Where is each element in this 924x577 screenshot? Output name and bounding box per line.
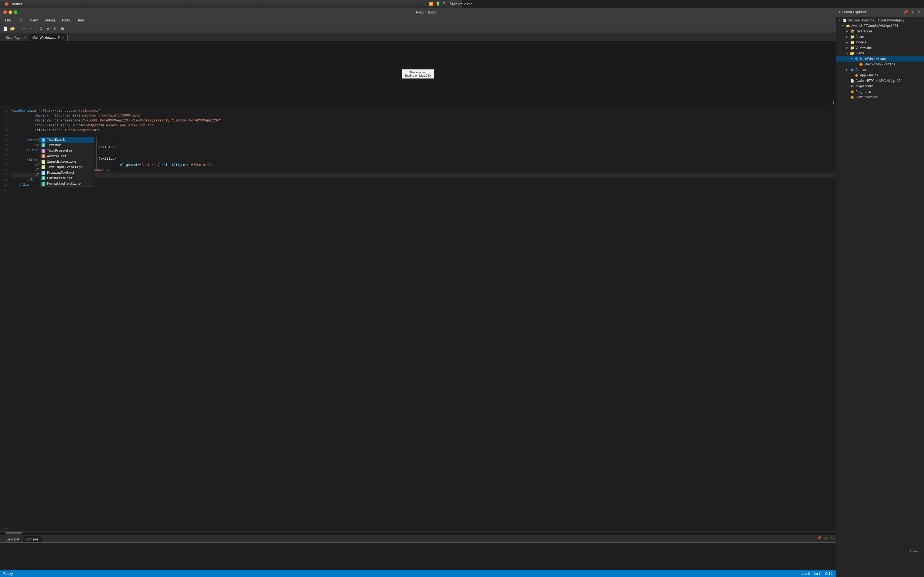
- code-line-4: 4 Icon="resm:AvalonNETCoreMVVMApp1234.As…: [0, 123, 462, 128]
- autocomplete-label-textpresenter: TextPresenter: [47, 149, 73, 153]
- tab-start-page-close[interactable]: ✕: [23, 36, 25, 39]
- line-num-1: 1: [0, 108, 11, 113]
- line-num-4: 4: [0, 123, 11, 128]
- menu-tools[interactable]: Tools: [59, 17, 73, 23]
- autocomplete-dropdown[interactable]: T TextBlock T TextBox T TextPresenter A …: [39, 137, 94, 187]
- line-num-17: 17: [0, 187, 11, 192]
- autocomplete-tooltip: TextBlock TextBlock: [96, 137, 119, 169]
- autocomplete-icon-formattedtextline: F: [42, 182, 45, 186]
- menu-bar: File Edit View Debug Tools Help: [0, 16, 462, 24]
- mac-topbar-left: 🍎 dotnet: [5, 2, 22, 6]
- stop-btn[interactable]: ⏹: [60, 26, 65, 32]
- line-content-17: [11, 187, 462, 192]
- autocomplete-icon-drawingcontext: D: [42, 171, 45, 175]
- line-content-2: xmlns:x="http://schemas.microsoft.com/wi…: [11, 113, 462, 118]
- traffic-lights: [3, 10, 17, 14]
- autocomplete-icon-textblock: T: [42, 138, 45, 142]
- line-content-3: xmlns:vm="clr-namespace:AvalonNETCoreMVV…: [11, 118, 462, 123]
- autocomplete-icon-inputext: I: [42, 160, 45, 164]
- preview-line2: Testing on MacOSX: [404, 74, 431, 77]
- menu-debug[interactable]: Debug: [42, 17, 58, 23]
- menu-help[interactable]: Help: [74, 17, 87, 23]
- autocomplete-icon-textpresenter: T: [42, 149, 45, 153]
- redo-btn[interactable]: ↪: [27, 26, 33, 32]
- line-num-15: 15: [0, 177, 11, 182]
- code-line-3: 3 xmlns:vm="clr-namespace:AvalonNETCoreM…: [0, 118, 462, 123]
- code-line-2: 2 xmlns:x="http://schemas.microsoft.com/…: [0, 113, 462, 118]
- autocomplete-item-textbox[interactable]: T TextBox: [39, 143, 94, 148]
- autocomplete-label-textbox: TextBox: [47, 143, 61, 147]
- app-title: AvalonStudio: [452, 2, 462, 6]
- wifi-icon: 📶: [429, 2, 433, 6]
- battery-icon: 🔋: [436, 2, 440, 6]
- autocomplete-icon-accesstext: A: [42, 155, 45, 158]
- tab-start-page-label: Start Page: [6, 36, 21, 40]
- line-num-10: 10: [0, 153, 11, 158]
- minimize-button[interactable]: [8, 10, 12, 14]
- preview-textblock: This is a test Testing on MacOSX: [402, 69, 434, 79]
- code-editor[interactable]: 1 <Window xmlns="https://github.com/aval…: [0, 107, 462, 288]
- menu-edit[interactable]: Edit: [15, 17, 26, 23]
- toolbar: 📄 📂 ↩ ↪ ⚙ ▶ ⏸ ⏹: [0, 24, 462, 33]
- line-num-12: 12: [0, 163, 11, 168]
- preview-area: This is a test Testing on MacOSX: [0, 41, 462, 107]
- autocomplete-icon-textbox: T: [42, 143, 45, 147]
- autocomplete-item-formattedtextline[interactable]: F FormattedTextLine: [39, 181, 94, 187]
- line-num-14: 14: [0, 172, 11, 177]
- line-num-7: 7: [0, 138, 11, 143]
- code-line-17: 17: [0, 187, 462, 192]
- maximize-button[interactable]: [14, 10, 17, 14]
- tab-mainwindow-xaml-close[interactable]: ✕: [62, 36, 64, 39]
- autocomplete-label-accesstext: AccessText: [47, 155, 67, 158]
- preview-line1: This is a test: [404, 71, 431, 74]
- line-content-5: Title="AvalonNETCoreMVVMApp1234">: [11, 128, 462, 133]
- run-btn[interactable]: ▶: [45, 26, 51, 32]
- autocomplete-item-textinputeventargs[interactable]: T TextInputEventArgs: [39, 164, 94, 170]
- toolbar-sep-1: [18, 26, 18, 31]
- window-title: AvalonStudio: [19, 10, 462, 14]
- autocomplete-label-textinputeventargs: TextInputEventArgs: [47, 165, 83, 169]
- mac-topbar-center: AvalonStudio: [452, 2, 462, 6]
- dotnet-label: dotnet: [12, 2, 22, 6]
- line-content-1: <Window xmlns="https://github.com/avalon…: [11, 108, 462, 113]
- autocomplete-item-textblock[interactable]: T TextBlock: [39, 137, 94, 143]
- line-num-5: 5: [0, 128, 11, 133]
- open-file-btn[interactable]: 📂: [9, 26, 15, 32]
- tooltip-line1: TextBlock: [99, 145, 116, 149]
- menu-file[interactable]: File: [2, 17, 13, 23]
- toolbar-sep-2: [36, 26, 36, 31]
- line-num-2: 2: [0, 113, 11, 118]
- autocomplete-item-inputext[interactable]: I InputExtensions: [39, 159, 94, 164]
- autocomplete-item-drawingcontext[interactable]: D DrawingContext: [39, 170, 94, 176]
- autocomplete-label-textblock: TextBlock: [47, 138, 65, 142]
- apple-icon[interactable]: 🍎: [5, 2, 9, 6]
- autocomplete-item-formattedtext[interactable]: F FormattedText: [39, 176, 94, 181]
- tab-bar: Start Page ✕ MainWindow.xaml* ✕: [0, 33, 462, 41]
- autocomplete-item-textpresenter[interactable]: T TextPresenter: [39, 148, 94, 153]
- line-num-6: 6: [0, 133, 11, 138]
- line-num-9: 9: [0, 148, 11, 153]
- menu-view[interactable]: View: [27, 17, 40, 23]
- line-content-4: Icon="resm:AvalonNETCoreMVVMApp1234.Asse…: [11, 123, 462, 128]
- tab-mainwindow-xaml[interactable]: MainWindow.xaml* ✕: [29, 34, 68, 41]
- tab-start-page[interactable]: Start Page ✕: [2, 34, 29, 41]
- autocomplete-label-inputext: InputExtensions: [47, 160, 77, 164]
- pause-btn[interactable]: ⏸: [52, 26, 58, 32]
- new-file-btn[interactable]: 📄: [2, 26, 8, 32]
- main-content: This is a test Testing on MacOSX 1 <Wind…: [0, 41, 462, 288]
- line-num-11: 11: [0, 158, 11, 163]
- build-btn[interactable]: ⚙: [38, 26, 44, 32]
- autocomplete-label-formattedtext: FormattedText: [47, 176, 73, 180]
- autocomplete-label-drawingcontext: DrawingContext: [47, 171, 75, 175]
- close-button[interactable]: [3, 10, 7, 14]
- line-num-3: 3: [0, 118, 11, 123]
- tooltip-line2: TextBlock: [99, 157, 116, 161]
- tab-mainwindow-xaml-label: MainWindow.xaml*: [32, 36, 60, 40]
- autocomplete-label-formattedtextline: FormattedTextLine: [47, 182, 81, 186]
- undo-btn[interactable]: ↩: [20, 26, 26, 32]
- code-line-1: 1 <Window xmlns="https://github.com/aval…: [0, 108, 462, 113]
- line-num-8: 8: [0, 143, 11, 148]
- ide-window: AvalonStudio File Edit View Debug Tools …: [0, 8, 462, 288]
- autocomplete-item-accesstext[interactable]: A AccessText: [39, 153, 94, 159]
- autocomplete-icon-textinputeventargs: T: [42, 165, 45, 169]
